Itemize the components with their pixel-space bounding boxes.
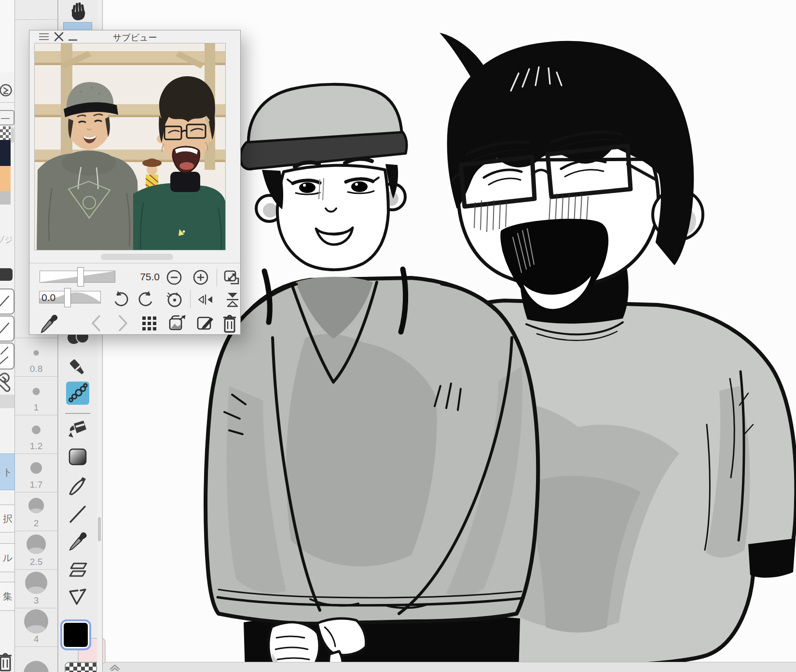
tab-label: ル bbox=[3, 551, 13, 564]
divider bbox=[217, 269, 217, 286]
brush-size-label: 1 bbox=[15, 402, 57, 413]
reference-photo bbox=[35, 43, 226, 250]
tab-partial-2[interactable]: 択 bbox=[0, 505, 15, 533]
brush-size-label: 0.8 bbox=[15, 364, 57, 374]
next-icon[interactable] bbox=[116, 314, 130, 332]
scrollbar-thumb[interactable] bbox=[98, 517, 101, 541]
polygon-select-tool-icon[interactable] bbox=[66, 585, 89, 608]
zoom-value: 75.0 bbox=[132, 271, 160, 283]
brush-size-cell[interactable]: 2.5 bbox=[15, 531, 57, 570]
tab-partial-3[interactable]: ル bbox=[0, 543, 15, 572]
flip-horizontal-icon[interactable] bbox=[195, 291, 216, 308]
stroke-preview-1[interactable] bbox=[0, 288, 14, 315]
trash-icon[interactable] bbox=[0, 651, 14, 672]
main-color-swatch[interactable] bbox=[62, 621, 89, 648]
tab-partial-1[interactable]: ト bbox=[0, 453, 15, 490]
left-edge-top bbox=[0, 0, 14, 72]
tab-partial-4[interactable]: 集 bbox=[0, 582, 15, 611]
edit-icon[interactable] bbox=[195, 314, 215, 333]
brush-size-label: 2.5 bbox=[15, 557, 57, 567]
wrench-icon[interactable] bbox=[0, 371, 15, 393]
rotation-value: 0.0 bbox=[41, 292, 55, 303]
tool-divider bbox=[65, 413, 90, 414]
swatch-gray[interactable] bbox=[0, 191, 11, 205]
rotate-left-icon[interactable] bbox=[111, 290, 129, 308]
transparent-color-swatch[interactable] bbox=[65, 662, 101, 672]
brush-size-cell[interactable]: 1.7 bbox=[15, 453, 57, 493]
brush-size-cell[interactable]: 1 bbox=[15, 376, 57, 415]
previous-icon[interactable] bbox=[89, 314, 103, 332]
flip-vertical-icon[interactable] bbox=[223, 290, 242, 309]
rotation-slider-handle[interactable] bbox=[64, 288, 71, 307]
canvas-horizontal-scrollbar[interactable] bbox=[103, 662, 796, 672]
brush-size-label: 1.2 bbox=[15, 441, 57, 452]
stroke-preview-3[interactable] bbox=[0, 343, 14, 370]
brush-size-label: 1.7 bbox=[15, 480, 57, 490]
zoom-in-icon[interactable] bbox=[192, 269, 209, 286]
brush-size-cell[interactable]: 2 bbox=[15, 492, 57, 531]
circled-chevron-icon[interactable] bbox=[0, 83, 14, 97]
tab-label: 集 bbox=[3, 590, 13, 603]
chevron-up-icon[interactable] bbox=[109, 663, 121, 671]
tab-label: ト bbox=[3, 466, 13, 479]
subview-title: サブビュー bbox=[29, 32, 240, 43]
divider bbox=[0, 102, 14, 103]
decoration-tool-selected[interactable] bbox=[66, 382, 89, 405]
swatch-transparent[interactable] bbox=[0, 126, 11, 140]
rotate-right-icon[interactable] bbox=[138, 290, 155, 308]
partial-label: ヅジ bbox=[0, 234, 15, 246]
zoom-out-icon[interactable] bbox=[166, 269, 182, 286]
gradient-tool-icon[interactable] bbox=[67, 447, 89, 468]
swatch-navy[interactable] bbox=[0, 140, 11, 166]
brush-size-label: 4 bbox=[15, 634, 57, 645]
line-tool-icon[interactable] bbox=[67, 504, 89, 525]
tab-label: 択 bbox=[3, 512, 13, 525]
subview-titlebar[interactable]: サブビュー bbox=[29, 30, 240, 43]
bubbles-icon bbox=[66, 382, 89, 405]
brush-size-cell[interactable]: 1.2 bbox=[15, 415, 57, 454]
minus-label: — bbox=[1, 113, 10, 123]
brush-size-cell[interactable]: 3 bbox=[15, 569, 57, 608]
brush-size-cell[interactable] bbox=[15, 0, 57, 20]
fit-to-view-icon[interactable] bbox=[222, 269, 240, 286]
grid-icon[interactable] bbox=[140, 315, 158, 332]
eyedropper-tool-icon[interactable] bbox=[66, 530, 89, 553]
brush-size-cell[interactable]: 4 bbox=[15, 608, 57, 647]
layers-tool-icon[interactable] bbox=[66, 559, 89, 581]
brush-size-cell[interactable]: 0.8 bbox=[15, 338, 57, 377]
pen-tool-icon[interactable] bbox=[66, 475, 89, 498]
subview-photo[interactable] bbox=[34, 43, 226, 250]
divider-band bbox=[0, 395, 14, 408]
marker-tool-icon[interactable] bbox=[66, 356, 89, 379]
hand-tool-icon[interactable] bbox=[67, 1, 88, 21]
fill-bucket-icon[interactable] bbox=[66, 418, 89, 441]
minus-box[interactable]: — bbox=[0, 110, 14, 125]
subview-image-scrollbar[interactable] bbox=[101, 254, 173, 260]
left-edge-panel: — ヅジ ト 択 ル 集 bbox=[0, 0, 15, 672]
delete-icon[interactable] bbox=[221, 313, 238, 333]
stroke-preview-2[interactable] bbox=[0, 315, 14, 342]
zoom-slider-handle[interactable] bbox=[77, 267, 84, 287]
blend-tool-icon[interactable] bbox=[64, 332, 91, 351]
swatch-orange[interactable] bbox=[0, 166, 11, 191]
divider bbox=[29, 263, 240, 263]
eyedropper-icon[interactable] bbox=[39, 313, 58, 333]
brush-size-cell[interactable] bbox=[15, 646, 57, 672]
reset-rotation-icon[interactable] bbox=[165, 290, 183, 308]
subview-panel[interactable]: サブビュー bbox=[29, 30, 241, 335]
mini-scrollbar[interactable] bbox=[11, 127, 14, 143]
import-image-icon[interactable] bbox=[167, 313, 187, 333]
divider bbox=[190, 290, 191, 308]
brush-size-label: 2 bbox=[15, 518, 57, 529]
partial-tool-icon[interactable] bbox=[0, 268, 13, 281]
app-window: — ヅジ ト 択 ル 集 bbox=[0, 0, 796, 672]
brush-size-label: 3 bbox=[15, 595, 57, 606]
